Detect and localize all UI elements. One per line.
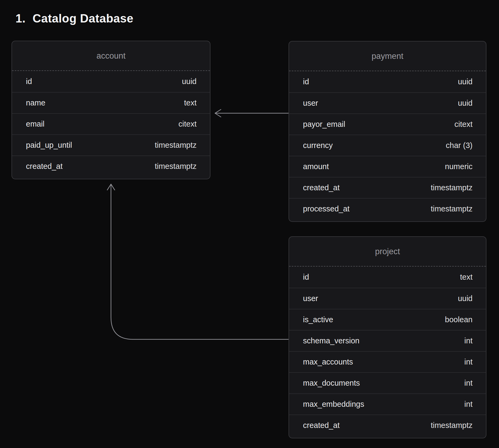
column-name: created_at bbox=[26, 162, 63, 171]
column-name: name bbox=[26, 98, 45, 107]
column-type: timestamptz bbox=[431, 183, 473, 192]
table-row: created_attimestamptz bbox=[289, 415, 486, 436]
table-row: amountnumeric bbox=[289, 156, 486, 177]
table-account[interactable]: accountiduuidnametextemailcitextpaid_up_… bbox=[11, 41, 210, 179]
arrowhead-left-icon bbox=[215, 109, 221, 117]
table-row: is_activeboolean bbox=[289, 309, 486, 330]
table-row: useruuid bbox=[289, 92, 486, 113]
column-name: id bbox=[303, 273, 309, 282]
column-type: timestamptz bbox=[431, 204, 473, 213]
column-name: email bbox=[26, 120, 44, 128]
column-name: payor_email bbox=[303, 120, 345, 129]
page-title-text: Catalog Database bbox=[33, 12, 133, 25]
column-type: numeric bbox=[445, 162, 473, 171]
page-title-number: 1. bbox=[16, 12, 26, 25]
column-type: uuid bbox=[458, 294, 473, 303]
table-row: max_embeddingsint bbox=[289, 393, 486, 415]
column-name: max_accounts bbox=[303, 358, 353, 366]
column-type: int bbox=[464, 336, 473, 345]
column-type: text bbox=[460, 273, 473, 282]
column-type: text bbox=[184, 98, 197, 107]
column-name: max_embeddings bbox=[303, 400, 364, 409]
diagram-canvas: 1. Catalog Database accountiduuidnametex… bbox=[0, 0, 499, 448]
column-name: created_at bbox=[303, 421, 340, 430]
table-header: payment bbox=[289, 41, 486, 71]
table-row: iduuid bbox=[12, 71, 210, 92]
table-row: schema_versionint bbox=[289, 330, 486, 351]
table-header: project bbox=[289, 237, 486, 267]
column-type: timestamptz bbox=[431, 421, 473, 430]
column-type: boolean bbox=[445, 315, 473, 324]
column-name: is_active bbox=[303, 315, 333, 324]
table-row: emailcitext bbox=[12, 113, 210, 134]
column-name: max_documents bbox=[303, 379, 360, 388]
table-row: currencychar (3) bbox=[289, 135, 486, 156]
table-row: iduuid bbox=[289, 71, 486, 92]
column-name: user bbox=[303, 294, 318, 303]
table-row: max_documentsint bbox=[289, 372, 486, 393]
relationship-arrow-payment-account bbox=[215, 109, 289, 117]
arrowhead-up-icon bbox=[107, 184, 115, 190]
column-name: paid_up_until bbox=[26, 141, 72, 150]
column-name: created_at bbox=[303, 183, 340, 192]
column-type: char (3) bbox=[446, 141, 473, 150]
table-row: nametext bbox=[12, 92, 210, 113]
column-name: user bbox=[303, 99, 318, 108]
table-row: max_accountsint bbox=[289, 351, 486, 372]
column-name: processed_at bbox=[303, 204, 350, 213]
column-type: citext bbox=[454, 120, 473, 129]
column-name: id bbox=[26, 77, 32, 86]
table-row: created_attimestamptz bbox=[12, 155, 210, 177]
column-name: currency bbox=[303, 141, 333, 150]
table-row: processed_attimestamptz bbox=[289, 198, 486, 219]
column-type: timestamptz bbox=[155, 162, 197, 171]
table-row: useruuid bbox=[289, 288, 486, 309]
table-header: account bbox=[12, 41, 210, 71]
column-type: int bbox=[464, 400, 473, 409]
table-project[interactable]: projectidtextuseruuidis_activebooleansch… bbox=[289, 236, 486, 438]
table-row: paid_up_untiltimestamptz bbox=[12, 134, 210, 155]
column-type: citext bbox=[178, 120, 197, 128]
column-name: schema_version bbox=[303, 336, 359, 345]
column-type: uuid bbox=[458, 77, 473, 86]
column-type: uuid bbox=[182, 77, 197, 86]
column-type: int bbox=[464, 379, 473, 388]
column-name: id bbox=[303, 77, 309, 86]
relationship-arrow-project-account bbox=[107, 184, 289, 339]
table-row: idtext bbox=[289, 267, 486, 288]
table-row: payor_emailcitext bbox=[289, 113, 486, 135]
page-title: 1. Catalog Database bbox=[16, 12, 133, 25]
table-payment[interactable]: paymentiduuiduseruuidpayor_emailcitextcu… bbox=[289, 41, 486, 222]
column-type: int bbox=[464, 358, 473, 366]
table-row: created_attimestamptz bbox=[289, 177, 486, 198]
column-type: uuid bbox=[458, 99, 473, 108]
column-name: amount bbox=[303, 162, 329, 171]
column-type: timestamptz bbox=[155, 141, 197, 150]
